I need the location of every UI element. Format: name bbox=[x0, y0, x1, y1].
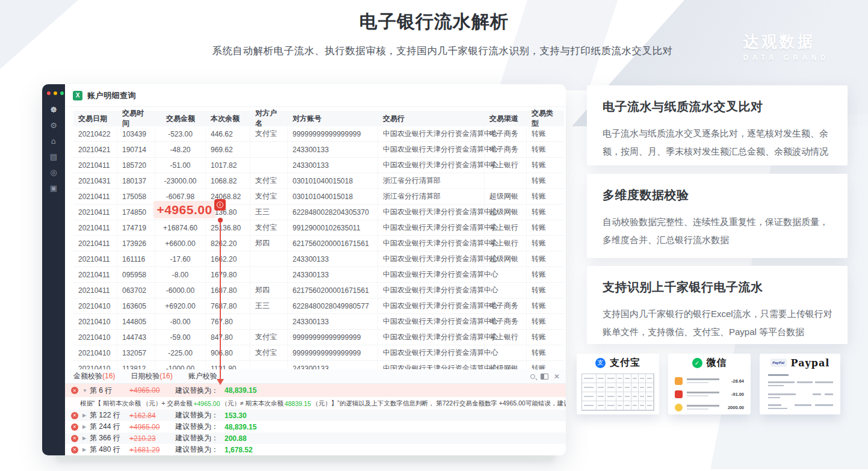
table-row[interactable]: 20210411095958-8.001679.80243300133中国农业银… bbox=[73, 267, 564, 283]
table-row[interactable]: 20210411173926+6600.008262.20郑四621756020… bbox=[73, 236, 564, 251]
validation-issue-row[interactable]: ✕▶第 366 行+210.23建议替换为：200.88 bbox=[65, 433, 566, 444]
validation-issue-row[interactable]: ✕▶第 244 行+4965.00建议替换为：48,839.15 bbox=[65, 421, 566, 433]
column-header[interactable]: 交易类型 bbox=[527, 111, 564, 126]
table-row[interactable]: 20210421190714-48.20969.62243300133中国农业银… bbox=[73, 142, 564, 158]
table-row[interactable]: 20210410132057-225.00906.80支付宝9999999999… bbox=[73, 345, 564, 361]
table-cell: 转账 bbox=[527, 330, 564, 345]
document-title: 账户明细查询 bbox=[87, 90, 136, 101]
column-header[interactable]: 交易行 bbox=[378, 111, 485, 126]
table-cell: 1068.82 bbox=[206, 173, 250, 189]
table-cell: 20210411 bbox=[73, 267, 117, 283]
sidebar-icon-rail: ☸ ⚙ ⌂ ▤ ◎ ▣ bbox=[42, 106, 65, 192]
table-cell: 175058 bbox=[117, 189, 155, 205]
alipay-table-cell bbox=[624, 392, 631, 401]
table-cell: 6217560200001671561 bbox=[288, 283, 378, 298]
table-cell: 中国农业银行天津分行资金清算中心 bbox=[378, 205, 485, 220]
table-row[interactable]: 20210411175058-6067.9824068.82支付宝0301010… bbox=[73, 189, 564, 205]
item-text bbox=[687, 405, 728, 410]
table-cell: 超级网银 bbox=[485, 251, 527, 267]
table-cell: 243300133 bbox=[288, 251, 378, 267]
table-cell: 20210431 bbox=[73, 173, 117, 189]
table-cell: 906.80 bbox=[206, 345, 250, 361]
window-control-maximize[interactable] bbox=[60, 91, 64, 95]
column-header[interactable]: 对方账号 bbox=[288, 111, 378, 126]
box-icon[interactable]: ▣ bbox=[50, 184, 57, 192]
table-row[interactable]: 20210411063702-6000.001687.80郑四621756020… bbox=[73, 283, 564, 298]
column-header[interactable]: 对方户名 bbox=[250, 111, 288, 126]
column-header[interactable]: 交易日期 bbox=[73, 111, 117, 126]
column-header[interactable]: 交易时间 bbox=[117, 111, 155, 126]
alipay-table-cell bbox=[606, 401, 616, 410]
alipay-table-cell bbox=[597, 374, 606, 383]
column-header[interactable]: 交易渠道 bbox=[485, 111, 527, 126]
feature-body: 支持国内几千家银行的银行Excel流水，只需要上传银行对账单文件，支持微信、支付… bbox=[603, 305, 834, 341]
table-cell: 20210411 bbox=[73, 283, 117, 298]
list-icon[interactable]: ▤ bbox=[50, 153, 57, 161]
page-subtitle: 系统自动解析电子流水、执行数据审核，支持国内几千家银行流水识别，支持与打印纸质流… bbox=[0, 45, 868, 58]
table-cell: 中国农业银行天津分行资金清算中心 bbox=[378, 267, 485, 283]
table-cell bbox=[485, 173, 527, 189]
validation-issue-row[interactable]: ✕▶第 480 行+1681.29建议替换为：1,678.52 bbox=[65, 444, 566, 455]
column-header[interactable]: 交易金额 bbox=[155, 111, 206, 126]
issue-row-label: 第 480 行 bbox=[90, 445, 129, 455]
error-amount-highlight[interactable]: +4965.00 bbox=[153, 201, 215, 218]
table-cell: 掌上银行 bbox=[485, 220, 527, 236]
settings-icon[interactable]: ⚙ bbox=[50, 122, 57, 129]
table-cell: 郑四 bbox=[250, 236, 288, 251]
table-cell: 支付宝 bbox=[250, 345, 288, 361]
home-icon[interactable]: ⌂ bbox=[51, 137, 56, 145]
table-row[interactable]: 20210411174719+16874.6025136.80支付宝991290… bbox=[73, 220, 564, 236]
table-row[interactable]: 20210410144805-80.00767.80243300133中国农业银… bbox=[73, 314, 564, 330]
table-row[interactable]: 202104111748509136.80王三62284800282043053… bbox=[73, 205, 564, 220]
table-cell: 转账 bbox=[527, 142, 564, 158]
table-cell: 超级网银 bbox=[485, 205, 527, 220]
target-icon[interactable]: ◎ bbox=[50, 168, 57, 176]
close-icon[interactable]: ✕ bbox=[554, 373, 560, 380]
alipay-table-cell bbox=[616, 392, 624, 401]
tab-date-check[interactable]: 日期校验(16) bbox=[131, 371, 172, 381]
table-row[interactable]: 20210431180137-23000.001068.82支付宝0301010… bbox=[73, 173, 564, 189]
search-icon[interactable] bbox=[530, 374, 535, 379]
issue-suggested-value: 48,839.15 bbox=[225, 386, 256, 395]
table-cell: 243300133 bbox=[288, 142, 378, 158]
table-cell: 20210411 bbox=[73, 251, 117, 267]
feature-body: 自动校验数据完整性、连续性及重复性，保证数据质量，多维度合并、汇总银行流水数据 bbox=[603, 213, 834, 249]
item-amount: -28.64 bbox=[731, 378, 744, 384]
column-header[interactable]: 本次余额 bbox=[206, 111, 250, 126]
error-circle-icon: ✕ bbox=[71, 423, 78, 431]
window-control-close[interactable] bbox=[47, 91, 51, 95]
table-cell: 转账 bbox=[527, 189, 564, 205]
collapse-caret-icon: ▼ bbox=[82, 388, 88, 393]
table-cell: -8.00 bbox=[155, 267, 206, 283]
alipay-sample-table bbox=[581, 374, 654, 411]
alipay-table-cell bbox=[624, 374, 631, 383]
table-cell: 243300133 bbox=[288, 267, 378, 283]
table-cell: 243300133 bbox=[288, 158, 378, 173]
tab-amount-check[interactable]: 金额校验(16) bbox=[73, 371, 115, 381]
issue-row-label: 第 244 行 bbox=[90, 422, 129, 432]
table-cell: 电子商务 bbox=[485, 142, 527, 158]
error-circle-icon: ✕ bbox=[71, 412, 78, 419]
table-cell: 25136.80 bbox=[206, 220, 250, 236]
table-row[interactable]: 20210411185720-51.001017.82243300133中国农业… bbox=[73, 158, 564, 173]
item-amount: -91.00 bbox=[731, 392, 744, 397]
table-row[interactable]: 20210410144743-59.00847.80支付宝99999999999… bbox=[73, 330, 564, 345]
validation-issue-row[interactable]: ✕▶第 122 行+162.84建议替换为：153.30 bbox=[65, 410, 566, 421]
validation-issue-row[interactable]: ✕▼第 6 行+4965.00建议替换为：48,839.15 bbox=[65, 384, 566, 397]
alipay-table-cell bbox=[646, 401, 654, 410]
window-content: X 账户明细查询 交易日期交易时间交易金额本次余额对方户名对方账号交易行交易渠道… bbox=[65, 84, 566, 455]
table-row[interactable]: 20210422103439-523.00446.62支付宝9999999999… bbox=[73, 126, 564, 142]
table-row[interactable]: 20210411161116-17.601662.20243300133中国农业… bbox=[73, 251, 564, 267]
alipay-table-cell bbox=[597, 383, 606, 392]
window-control-minimize[interactable] bbox=[54, 91, 57, 95]
table-cell bbox=[485, 283, 527, 298]
tab-account-check[interactable]: 账户校验 bbox=[188, 371, 217, 381]
table-cell: 转账 bbox=[527, 251, 564, 267]
table-cell: 王三 bbox=[250, 298, 288, 314]
layout-panel-icon[interactable] bbox=[541, 374, 548, 380]
table-cell: 847.80 bbox=[206, 330, 250, 345]
expand-caret-icon: ▶ bbox=[82, 447, 88, 452]
wheel-icon[interactable]: ☸ bbox=[50, 106, 57, 114]
table-row[interactable]: 20210410163605+6920.007687.80王三622848002… bbox=[73, 298, 564, 314]
warning-badge-icon[interactable] bbox=[214, 199, 226, 211]
